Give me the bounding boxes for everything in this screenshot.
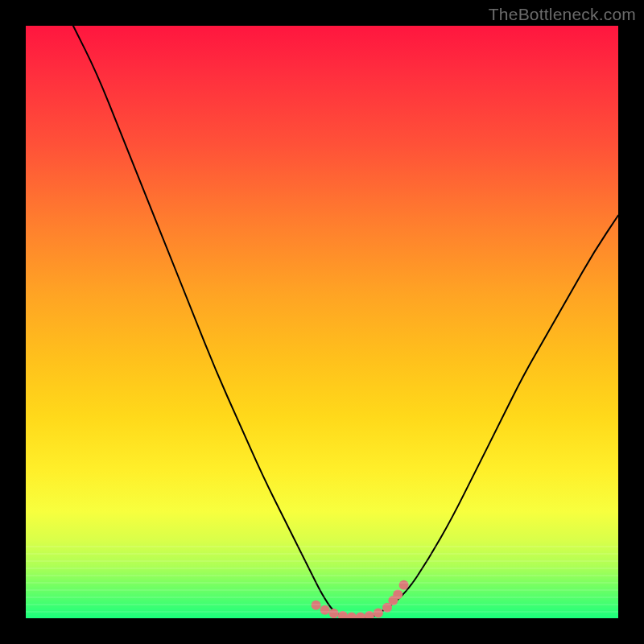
curve-svg xyxy=(26,26,618,618)
attribution-label: TheBottleneck.com xyxy=(489,5,636,24)
bottom-dot xyxy=(312,601,321,610)
plot-area xyxy=(26,26,618,618)
bottom-dot xyxy=(393,590,402,600)
bottom-dot xyxy=(374,608,383,617)
chart-frame: TheBottleneck.com xyxy=(0,0,644,644)
bottom-dot xyxy=(320,605,330,615)
bottom-dot xyxy=(365,611,374,618)
bottom-dot xyxy=(356,613,365,619)
bottom-dot xyxy=(399,580,409,590)
bottom-dot xyxy=(347,613,357,619)
bottom-dot xyxy=(329,609,339,618)
bottleneck-curve xyxy=(73,26,618,618)
bottom-dot xyxy=(338,611,348,618)
bottom-dots xyxy=(312,580,409,618)
bottom-dot xyxy=(388,596,398,605)
bottom-dot xyxy=(382,603,392,613)
